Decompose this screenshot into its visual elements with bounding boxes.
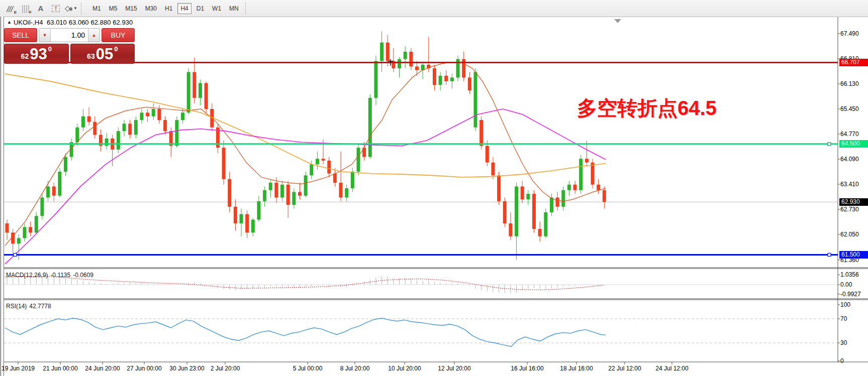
- candle-body: [509, 223, 512, 236]
- candle-body: [550, 197, 553, 212]
- ohlc-high: 63.060: [69, 19, 89, 26]
- candle-body: [603, 190, 606, 202]
- symbol-arrow-icon: ▲: [7, 20, 12, 25]
- time-tick-label[interactable]: 10 Jul 20:00: [388, 365, 421, 372]
- candle-body: [222, 148, 226, 179]
- price-tick-label: 64.770: [840, 131, 859, 138]
- rsi-tick-label: 0: [840, 357, 844, 364]
- volume-input[interactable]: [51, 29, 88, 42]
- candle-body: [339, 183, 343, 197]
- time-tick-label[interactable]: 24 Jun 20:00: [85, 365, 120, 372]
- sell-price-display[interactable]: 62930: [4, 44, 69, 64]
- trading-terminal: EFAT▼ M1M5M15M30H1H4D1W1MN 67.49066.8106…: [0, 0, 868, 376]
- candle-body: [117, 131, 120, 150]
- candle-body: [87, 116, 91, 122]
- candle-body: [205, 83, 208, 109]
- candle-body: [491, 163, 495, 176]
- candle-body: [58, 172, 61, 196]
- sell-button[interactable]: SELL: [4, 28, 37, 42]
- price-tick-label: 62.050: [840, 231, 859, 238]
- buy-price-display[interactable]: 63050: [70, 44, 135, 64]
- sell-price-sup: 0: [48, 45, 52, 53]
- price-tick-label: 62.730: [840, 206, 859, 213]
- macd-panel: [4, 276, 838, 294]
- ohlc-low: 62.880: [91, 19, 111, 26]
- buy-button[interactable]: BUY: [102, 28, 135, 42]
- candle-body: [532, 194, 536, 229]
- candle-body: [292, 192, 296, 205]
- candle-body: [234, 207, 237, 223]
- candle-body: [556, 197, 559, 206]
- candle-body: [6, 223, 9, 232]
- candle-body: [345, 188, 348, 197]
- candle-body: [17, 238, 21, 243]
- candle-body: [187, 72, 190, 112]
- candle-body: [561, 190, 565, 207]
- time-tick-label[interactable]: 5 Jul 00:00: [293, 365, 323, 372]
- hline-price-badge: 64.500: [839, 140, 868, 148]
- time-tick-label[interactable]: 18 Jul 16:00: [560, 365, 593, 372]
- volume-increase-button[interactable]: ▲: [88, 29, 100, 42]
- candle-body: [64, 157, 67, 172]
- line-handle[interactable]: [828, 143, 831, 146]
- candle-body: [263, 190, 266, 201]
- rsi-line: [5, 318, 606, 346]
- macd-tick-label: 0.00: [840, 281, 852, 288]
- time-tick-label[interactable]: 22 Jul 12:00: [608, 365, 641, 372]
- candle-body: [544, 212, 547, 236]
- line-handle[interactable]: [14, 253, 17, 256]
- candle-body: [409, 52, 413, 66]
- candle-body: [374, 61, 377, 98]
- candle-body: [52, 186, 56, 195]
- candle-body: [257, 201, 260, 220]
- candle-body: [192, 72, 196, 97]
- time-tick-label[interactable]: 27 Jun 00:00: [127, 365, 162, 372]
- candle-body: [515, 186, 518, 236]
- ohlc-close: 62.930: [113, 19, 133, 26]
- candle-body: [310, 164, 313, 175]
- time-tick-label[interactable]: 12 Jul 20:00: [438, 365, 471, 372]
- price-tick-label: 67.490: [840, 30, 859, 37]
- candle-body: [29, 227, 32, 232]
- buy-price-big: 05: [96, 47, 113, 62]
- line-handle[interactable]: [828, 253, 831, 256]
- candle-body: [251, 220, 255, 233]
- time-tick-label[interactable]: 19 Jun 2019: [2, 365, 35, 372]
- time-tick-label[interactable]: 24 Jul 12:00: [655, 365, 689, 372]
- candle-body: [35, 216, 38, 232]
- candle-body: [128, 123, 132, 135]
- buy-price-small: 63: [87, 52, 95, 60]
- candle-body: [123, 123, 126, 131]
- price-tick-label: 63.410: [840, 181, 859, 188]
- time-tick-label[interactable]: 21 Jun 00:00: [43, 365, 78, 372]
- candle-body: [538, 229, 542, 236]
- candle-body: [280, 185, 284, 198]
- candle-body: [398, 59, 401, 68]
- candle-body: [497, 175, 501, 201]
- candle-body: [468, 78, 471, 91]
- rsi-tick-label: 100: [840, 301, 850, 308]
- symbol-name: UKOil-,H4: [14, 19, 43, 26]
- candle-body: [93, 122, 97, 135]
- time-tick-label[interactable]: 2 Jul 20:00: [211, 365, 240, 372]
- time-tick-label[interactable]: 8 Jul 20:00: [340, 365, 370, 372]
- chart-annotation-text[interactable]: 多空转折点64.5: [577, 94, 717, 122]
- candle-body: [567, 185, 571, 190]
- chart-shift-marker-icon[interactable]: [614, 19, 621, 23]
- rsi-panel: [4, 318, 838, 346]
- candle-body: [444, 76, 448, 81]
- candle-body: [333, 174, 337, 183]
- candles-layer: [6, 32, 606, 260]
- price-tick-label: 66.130: [840, 80, 859, 87]
- macd-tick-label: 1.0356: [840, 271, 859, 278]
- candle-body: [152, 109, 155, 116]
- candle-body: [479, 120, 483, 146]
- time-tick-label[interactable]: 16 Jul 16:00: [511, 365, 544, 372]
- volume-decrease-button[interactable]: ▼: [39, 29, 51, 42]
- candle-body: [368, 98, 372, 157]
- volume-stepper: ▼ ▲: [39, 28, 100, 42]
- candle-body: [486, 146, 489, 163]
- time-tick-label[interactable]: 30 Jun 23:00: [169, 365, 205, 372]
- hline-price-badge: 61.500: [839, 251, 868, 259]
- candle-body: [526, 194, 530, 199]
